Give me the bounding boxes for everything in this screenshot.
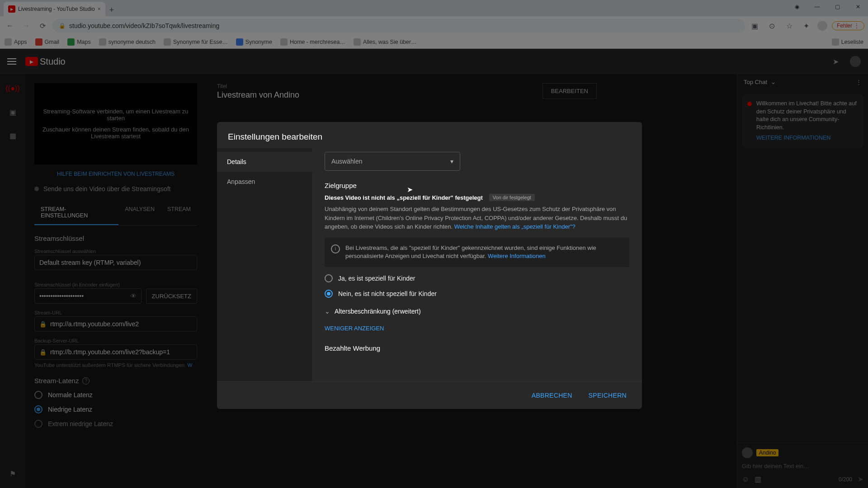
kids-info-notice: i Bei Livestreams, die als "speziell für… (325, 238, 629, 267)
cancel-button[interactable]: ABBRECHEN (525, 388, 579, 403)
settings-modal: Einstellungen bearbeiten Details Anpasse… (217, 122, 642, 409)
audience-status: Dieses Video ist nicht als „speziell für… (325, 194, 629, 201)
save-button[interactable]: SPEICHERN (582, 388, 633, 403)
chevron-down-icon: ⌄ (325, 308, 330, 315)
set-by-you-badge: Von dir festgelegt (489, 194, 535, 201)
radio-made-for-kids-yes[interactable]: Ja, es ist speziell für Kinder (325, 274, 629, 282)
modal-tab-customize[interactable]: Anpassen (217, 172, 312, 192)
modal-tab-details[interactable]: Details (217, 152, 312, 172)
modal-title: Einstellungen bearbeiten (217, 122, 642, 148)
show-less-link[interactable]: WENIGER ANZEIGEN (325, 325, 629, 332)
info-icon: i (331, 244, 340, 253)
category-select[interactable]: Auswählen ▾ (325, 152, 460, 171)
paid-promo-heading: Bezahlte Werbung (325, 344, 629, 352)
radio-made-for-kids-no[interactable]: Nein, es ist nicht speziell für Kinder (325, 290, 629, 298)
audience-heading: Zielgruppe (325, 182, 629, 189)
audience-description: Unabhängig von deinem Standort gelten di… (325, 205, 629, 231)
coppa-info-link[interactable]: Welche Inhalte gelten als „speziell für … (454, 223, 576, 230)
age-restriction-toggle[interactable]: ⌄ Altersbeschränkung (erweitert) (325, 308, 629, 315)
dropdown-arrow-icon: ▾ (450, 158, 453, 165)
info-more-link[interactable]: Weitere Informationen (488, 253, 546, 259)
